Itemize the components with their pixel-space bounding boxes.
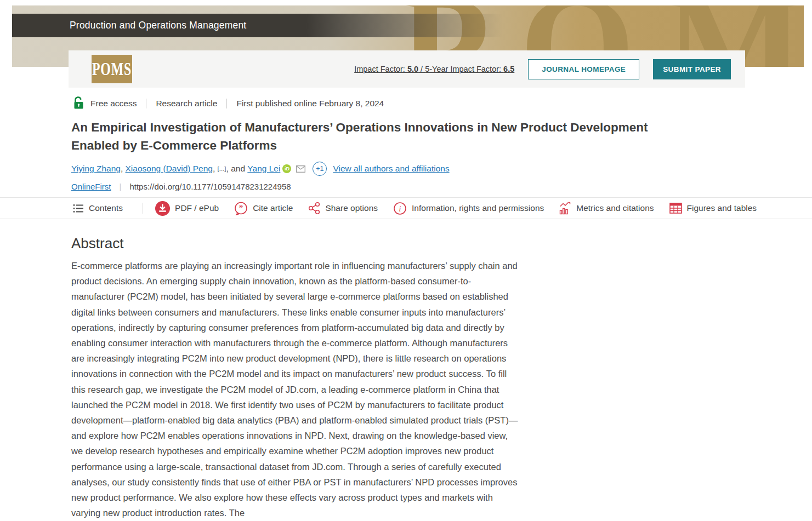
- submit-paper-button[interactable]: SUBMIT PAPER: [653, 59, 731, 79]
- info-icon: i: [393, 202, 407, 215]
- pdf-epub-button[interactable]: PDF / ePub: [155, 201, 219, 216]
- author-link-2[interactable]: Xiaosong (David) Peng: [126, 164, 213, 174]
- five-year-impact-value: 6.5: [503, 65, 514, 73]
- article-title: An Empirical Investigation of Manufactur…: [71, 119, 685, 154]
- view-all-authors-link[interactable]: View all authors and affiliations: [333, 164, 449, 174]
- impact-factor-label: Impact Factor:: [354, 65, 407, 73]
- contents-button[interactable]: Contents: [73, 203, 123, 213]
- article-title-line1: An Empirical Investigation of Manufactur…: [71, 119, 685, 137]
- publication-info-row: OnlineFirst | https://doi.org/10.1177/10…: [71, 180, 291, 192]
- contents-list-icon: [73, 204, 84, 213]
- email-icon[interactable]: [296, 165, 305, 173]
- doi-text: https://doi.org/10.1177/1059147823122495…: [129, 182, 291, 191]
- poms-logo[interactable]: POMS: [92, 55, 132, 83]
- metrics-citations-label: Metrics and citations: [576, 203, 654, 213]
- meta-divider: [146, 99, 146, 108]
- journal-header-actions: Impact Factor: 5.0 / 5-Year Impact Facto…: [354, 59, 731, 79]
- published-date-label: First published online February 8, 2024: [236, 99, 384, 108]
- impact-factor-divider: /: [418, 65, 425, 73]
- online-first-link[interactable]: OnlineFirst: [71, 182, 111, 191]
- author-separator: ,: [213, 164, 218, 174]
- share-icon: [308, 202, 320, 215]
- cite-quote-icon: ”: [234, 202, 248, 215]
- share-options-button[interactable]: Share options: [308, 202, 378, 215]
- author-link-3[interactable]: Yang Lei: [247, 164, 280, 174]
- journal-header: POMS Impact Factor: 5.0 / 5-Year Impact …: [69, 50, 745, 88]
- orcid-icon[interactable]: iD: [282, 164, 291, 173]
- download-icon: [155, 201, 170, 216]
- poms-logo-text: POMS: [92, 58, 132, 80]
- journal-name: Production and Operations Management: [70, 20, 246, 31]
- info-rights-label: Information, rights and permissions: [412, 203, 544, 213]
- metrics-chart-icon: [559, 202, 571, 215]
- meta-divider: [226, 99, 227, 108]
- open-lock-icon: [73, 96, 84, 110]
- contents-label: Contents: [89, 203, 123, 213]
- share-options-label: Share options: [325, 203, 378, 213]
- more-authors-badge[interactable]: +1: [313, 162, 327, 176]
- five-year-impact-label: 5-Year Impact Factor:: [425, 65, 503, 73]
- abstract-text: E-commerce platforms are playing an incr…: [71, 258, 518, 520]
- authors-ellipsis: [...]: [218, 165, 226, 172]
- info-rights-button[interactable]: i Information, rights and permissions: [393, 202, 544, 215]
- article-meta-row: Free access Research article First publi…: [73, 96, 384, 111]
- metrics-citations-button[interactable]: Metrics and citations: [559, 202, 654, 215]
- author-link-1[interactable]: Yiying Zhang: [71, 164, 121, 174]
- authors-and: , and: [226, 164, 248, 174]
- svg-text:i: i: [399, 204, 401, 213]
- journal-homepage-button[interactable]: JOURNAL HOMEPAGE: [528, 59, 639, 79]
- figures-tables-button[interactable]: Figures and tables: [669, 203, 757, 214]
- svg-text:”: ”: [239, 203, 243, 212]
- pubinfo-divider: |: [120, 182, 122, 191]
- impact-factor-value: 5.0: [407, 65, 418, 73]
- cite-article-button[interactable]: ” Cite article: [234, 202, 293, 215]
- article-type-label: Research article: [156, 99, 217, 108]
- figures-tables-label: Figures and tables: [687, 203, 757, 213]
- cite-article-label: Cite article: [253, 203, 293, 213]
- impact-factor-link[interactable]: Impact Factor: 5.0 / 5-Year Impact Facto…: [354, 65, 514, 73]
- access-label: Free access: [90, 99, 137, 108]
- authors-row: Yiying Zhang, Xiaosong (David) Peng, [..…: [71, 162, 450, 175]
- abstract-heading: Abstract: [71, 235, 123, 252]
- article-title-line2: Enabled by E-Commerce Platforms: [71, 137, 685, 155]
- table-grid-icon: [669, 203, 682, 214]
- article-landing-page: POM Production and Operations Management…: [0, 0, 812, 521]
- journal-name-bar: Production and Operations Management: [12, 14, 503, 37]
- article-toolbar: Contents PDF / ePub ” Cite article: [0, 197, 812, 219]
- pdf-epub-label: PDF / ePub: [175, 203, 219, 213]
- author-separator: ,: [121, 164, 126, 174]
- toolbar-divider: [143, 203, 143, 214]
